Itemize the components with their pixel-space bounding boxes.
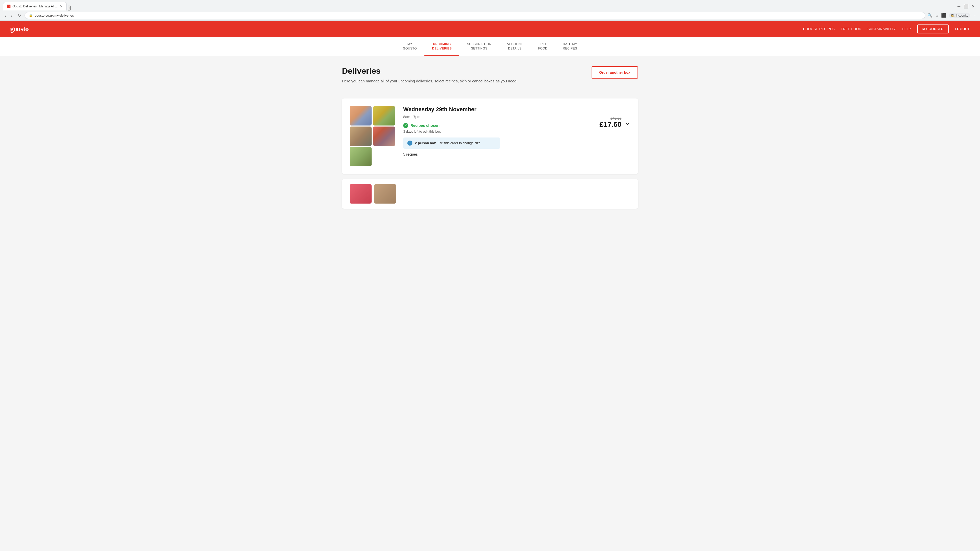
delivery-card-inner: Wednesday 29th November 8am - 7pm ✓ Reci… xyxy=(350,106,630,166)
nav-choose-recipes[interactable]: CHOOSE RECIPES xyxy=(803,27,835,31)
extensions-icon[interactable]: ⬛ xyxy=(941,13,946,18)
delivery-price-col: £43.99 £17.60 ⌄ xyxy=(600,116,630,129)
subnav-free-food[interactable]: FREEFOOD xyxy=(531,37,555,56)
back-button[interactable]: ‹ xyxy=(3,12,7,19)
delivery-info: Wednesday 29th November 8am - 7pm ✓ Reci… xyxy=(403,106,592,156)
nav-help[interactable]: HELP xyxy=(902,27,911,31)
delivery-card: Wednesday 29th November 8am - 7pm ✓ Reci… xyxy=(342,98,638,174)
recipe-image-4 xyxy=(373,127,395,146)
expand-delivery-icon[interactable]: ⌄ xyxy=(625,118,630,127)
sub-nav: MYGOUSTO UPCOMINGDELIVERIES SUBSCRIPTION… xyxy=(0,37,980,56)
browser-right-icons: 🔍 ☆ ⬛ 🕵 Incognito ⋮ xyxy=(928,13,977,18)
reload-button[interactable]: ↻ xyxy=(16,12,22,19)
forward-button[interactable]: › xyxy=(10,12,14,19)
browser-tab-active[interactable]: G Gousto Deliveries | Manage All ... ✕ xyxy=(3,2,67,11)
page-title: Deliveries xyxy=(342,66,592,76)
new-tab-button[interactable]: + xyxy=(68,6,71,11)
check-circle-icon: ✓ xyxy=(403,123,408,128)
incognito-icon: 🕵 xyxy=(951,14,955,17)
original-price: £43.99 xyxy=(600,116,621,121)
page-header-row: Deliveries Here you can manage all of yo… xyxy=(342,66,638,91)
incognito-badge: 🕵 Incognito xyxy=(949,13,970,18)
nav-sustainability[interactable]: SUSTAINABILITY xyxy=(867,27,896,31)
nav-my-gousto[interactable]: MY GOUSTO xyxy=(917,24,948,33)
subnav-rate-my-recipes[interactable]: RATE MYRECIPES xyxy=(555,37,585,56)
preview-recipe-image-2 xyxy=(374,184,396,203)
page-description: Here you can manage all of your upcoming… xyxy=(342,79,592,83)
header-nav: CHOOSE RECIPES FREE FOOD SUSTAINABILITY … xyxy=(803,24,970,33)
price-info: £43.99 £17.60 xyxy=(600,116,621,129)
lock-icon: 🔒 xyxy=(29,14,33,17)
recipe-image-5 xyxy=(350,147,372,166)
recipes-chosen-label: Recipes chosen xyxy=(410,123,439,127)
nav-free-food[interactable]: FREE FOOD xyxy=(841,27,861,31)
num-recipes: 5 recipes xyxy=(403,152,592,156)
nav-logout[interactable]: LOGOUT xyxy=(955,27,970,31)
bookmark-icon[interactable]: ☆ xyxy=(935,13,939,18)
box-size-banner: i 2-person box. Edit this order to chang… xyxy=(403,138,500,149)
delivery-date: Wednesday 29th November xyxy=(403,106,592,113)
incognito-label: Incognito xyxy=(956,14,968,17)
preview-recipe-image-1 xyxy=(350,184,372,203)
browser-chrome: G Gousto Deliveries | Manage All ... ✕ +… xyxy=(0,0,980,21)
recipe-image-1 xyxy=(350,106,372,125)
subnav-my-gousto[interactable]: MYGOUSTO xyxy=(395,37,425,56)
site-logo[interactable]: gousto xyxy=(10,25,29,33)
discounted-price: £17.60 xyxy=(600,121,621,129)
info-icon: i xyxy=(407,141,412,146)
main-content: Deliveries Here you can manage all of yo… xyxy=(337,56,643,224)
window-close-button[interactable]: ✕ xyxy=(972,4,975,9)
window-maximize-button[interactable]: ⬜ xyxy=(963,4,969,9)
window-minimize-button[interactable]: ─ xyxy=(958,4,960,9)
url-text: gousto.co.uk/my-deliveries xyxy=(35,14,74,17)
site-header: gousto CHOOSE RECIPES FREE FOOD SUSTAINA… xyxy=(0,21,980,37)
box-size-text: 2-person box. Edit this order to change … xyxy=(415,141,481,145)
box-size-edit-link[interactable]: Edit this order to change size. xyxy=(437,141,481,145)
recipe-images-grid xyxy=(350,106,396,166)
days-left-text: 3 days left to edit this box xyxy=(403,130,592,133)
recipe-image-3 xyxy=(350,127,372,146)
tab-title: Gousto Deliveries | Manage All ... xyxy=(13,5,58,8)
subnav-subscription-settings[interactable]: SUBSCRIPTIONSETTINGS xyxy=(460,37,499,56)
more-options-icon[interactable]: ⋮ xyxy=(973,13,977,18)
delivery-time: 8am - 7pm xyxy=(403,115,592,119)
tab-favicon: G xyxy=(7,5,11,8)
delivery-card-preview xyxy=(342,179,638,209)
recipe-image-2 xyxy=(373,106,395,125)
tab-close-icon[interactable]: ✕ xyxy=(60,4,63,8)
browser-titlebar: G Gousto Deliveries | Manage All ... ✕ +… xyxy=(0,0,980,11)
subnav-account-details[interactable]: ACCOUNTDETAILS xyxy=(499,37,531,56)
box-size-label: 2-person box. xyxy=(415,141,437,145)
browser-controls: ‹ › ↻ 🔒 gousto.co.uk/my-deliveries 🔍 ☆ ⬛… xyxy=(0,11,980,21)
url-bar[interactable]: 🔒 gousto.co.uk/my-deliveries xyxy=(24,12,926,19)
order-another-box-button[interactable]: Order another box xyxy=(592,66,638,79)
page-header-text: Deliveries Here you can manage all of yo… xyxy=(342,66,592,91)
window-controls: ─ ⬜ ✕ xyxy=(958,4,975,9)
search-icon[interactable]: 🔍 xyxy=(928,13,932,18)
recipes-chosen-status: ✓ Recipes chosen xyxy=(403,123,592,128)
subnav-upcoming-deliveries[interactable]: UPCOMINGDELIVERIES xyxy=(425,37,459,56)
